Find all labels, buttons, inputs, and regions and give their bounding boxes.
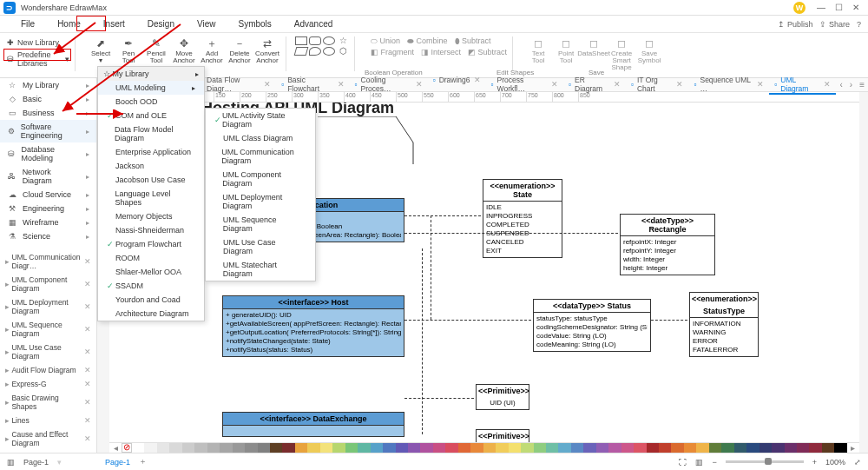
color-swatch[interactable] — [608, 443, 621, 453]
shape-preset-grid[interactable]: ☆ ⬡ — [295, 36, 349, 56]
share-button[interactable]: ⇪ Share — [819, 20, 850, 29]
tool-delete[interactable]: －DeleteAnchor — [227, 36, 253, 64]
tab-uml-diagram[interactable]: ▫UML Diagram✕ — [769, 76, 836, 95]
flyout1-jackson[interactable]: Jackson — [98, 159, 204, 173]
menu-view[interactable]: View — [194, 17, 220, 30]
tab-it-org-chart[interactable]: ▫IT Org Chart✕ — [626, 76, 689, 93]
color-swatch[interactable] — [345, 443, 358, 453]
tool-move[interactable]: ✥MoveAnchor — [171, 36, 197, 64]
tool-convert[interactable]: ⇄ConvertAnchor — [254, 36, 280, 64]
flyout1-memory-objects[interactable]: Memory Objects — [98, 209, 204, 223]
page-name[interactable]: Page-1 — [23, 458, 49, 467]
panel-cause-and-effect-diagram[interactable]: ▸ Cause and Effect Diagram✕ — [0, 427, 96, 450]
flyout2-uml-component-diagram[interactable]: UML Component Diagram — [206, 168, 315, 190]
color-swatch[interactable] — [546, 443, 558, 453]
color-swatch[interactable] — [696, 443, 708, 453]
color-swatch[interactable] — [182, 443, 194, 453]
color-swatch[interactable] — [245, 443, 257, 453]
flyout2-uml-deployment-diagram[interactable]: UML Deployment Diagram — [206, 190, 315, 213]
color-swatch[interactable] — [307, 443, 319, 453]
color-scroll-right[interactable]: ▸ — [847, 443, 859, 453]
flyout1-room[interactable]: ROOM — [98, 251, 204, 265]
color-swatch[interactable] — [207, 443, 220, 453]
color-swatch[interactable] — [659, 443, 671, 453]
publish-button[interactable]: ↥ Publish — [778, 20, 812, 29]
color-swatch[interactable] — [822, 443, 834, 453]
color-swatch[interactable] — [534, 443, 546, 453]
window-close[interactable]: ✕ — [847, 3, 865, 12]
color-swatch[interactable] — [521, 443, 533, 453]
tool-pen[interactable]: ✒PenTool — [115, 36, 141, 64]
color-swatch[interactable] — [709, 443, 721, 453]
tool-add[interactable]: ＋AddAnchor — [199, 36, 225, 64]
color-swatch[interactable] — [746, 443, 759, 453]
color-swatch[interactable] — [496, 443, 508, 453]
color-swatch[interactable] — [132, 443, 144, 453]
panel-uml-communication-diagr-[interactable]: ▸ UML Communication Diagr…✕ — [0, 250, 96, 273]
zoom-in[interactable]: + — [812, 458, 817, 467]
color-swatch[interactable] — [734, 443, 746, 453]
flyout1-booch-ood[interactable]: Booch OOD — [98, 95, 204, 109]
tool-point-tool[interactable]: ◻PointTool — [553, 36, 579, 71]
sidecat-network-diagram[interactable]: 🖧Network Diagram▸ — [0, 165, 96, 188]
flyout2-uml-statechart-diagram[interactable]: UML Statechart Diagram — [206, 258, 315, 281]
flyout1-enterprise-application[interactable]: Enterprise Application — [98, 145, 204, 159]
tab-data-flow-diagr-[interactable]: ▫Data Flow Diagr…✕ — [195, 76, 276, 93]
flyout1-shlaer-mellor-ooa[interactable]: Shlaer-Mellor OOA — [98, 265, 204, 279]
color-swatch[interactable] — [270, 443, 282, 453]
flyout1-yourdon-and-coad[interactable]: Yourdon and Coad — [98, 293, 204, 307]
panel-uml-deployment-diagram[interactable]: ▸ UML Deployment Diagram✕ — [0, 295, 96, 318]
color-swatch[interactable] — [797, 443, 809, 453]
tab-scroll-left[interactable]: ‹ — [836, 80, 845, 89]
flyout1-architecture-diagram[interactable]: Architecture Diagram — [98, 307, 204, 321]
menu-symbols[interactable]: Symbols — [234, 17, 274, 30]
panel-uml-use-case-diagram[interactable]: ▸ UML Use Case Diagram✕ — [0, 341, 96, 363]
flyout1-language-level-shapes[interactable]: Language Level Shapes — [98, 187, 204, 209]
sidecat-cloud-service[interactable]: ☁Cloud Service▸ — [0, 188, 96, 202]
color-swatch[interactable] — [420, 443, 432, 453]
flyout1-jacobson-use-case[interactable]: Jacobson Use Case — [98, 173, 204, 187]
panel-audit-flow-diagram[interactable]: ▸ Audit Flow Diagram✕ — [0, 363, 96, 377]
tab-drawing6[interactable]: ▫Drawing6✕ — [428, 76, 486, 84]
color-swatch[interactable] — [220, 443, 232, 453]
color-swatch[interactable] — [194, 443, 207, 453]
color-swatch[interactable] — [144, 443, 156, 453]
color-swatch[interactable] — [772, 443, 784, 453]
color-swatch[interactable] — [583, 443, 595, 453]
tool-save-symbol[interactable]: ◻SaveSymbol — [636, 36, 662, 71]
layout-icon[interactable]: ▥ — [695, 458, 703, 467]
color-swatch[interactable] — [433, 443, 445, 453]
color-swatch[interactable] — [621, 443, 634, 453]
flyout2-uml-communication-diagram[interactable]: UML Communication Diagram — [206, 145, 315, 168]
color-swatch[interactable] — [157, 443, 169, 453]
color-swatch[interactable] — [445, 443, 457, 453]
panel-uml-component-diagram[interactable]: ▸ UML Component Diagram✕ — [0, 273, 96, 295]
color-swatch[interactable] — [320, 443, 332, 453]
color-swatch[interactable] — [785, 443, 797, 453]
panel-uml-sequence-diagram[interactable]: ▸ UML Sequence Diagram✕ — [0, 318, 96, 341]
page-add[interactable]: ＋ — [139, 456, 147, 467]
color-swatch[interactable] — [558, 443, 570, 453]
help-icon[interactable]: ? — [857, 20, 861, 29]
sidecat-wireframe[interactable]: ▦Wireframe▸ — [0, 215, 96, 229]
zoom-slider[interactable] — [726, 460, 804, 463]
flyout1-ssadm[interactable]: ✓SSADM — [98, 279, 204, 293]
sidecat-software-engineering[interactable]: ⚙Software Engineering▸ — [0, 120, 96, 142]
color-swatch[interactable] — [470, 443, 483, 453]
color-swatch[interactable] — [332, 443, 345, 453]
tool-datasheet[interactable]: ◻DataSheet — [581, 36, 607, 71]
tool-pencil[interactable]: ✎PencilTool — [143, 36, 169, 64]
color-swatch[interactable] — [396, 443, 408, 453]
flyout2-uml-sequence-diagram[interactable]: UML Sequence Diagram — [206, 213, 315, 235]
fullscreen-icon[interactable]: ⤢ — [854, 458, 861, 467]
color-swatch[interactable] — [258, 443, 270, 453]
color-swatch[interactable] — [809, 443, 821, 453]
page-indicator-icon[interactable]: ▥ — [7, 458, 15, 467]
color-swatch[interactable] — [760, 443, 772, 453]
color-swatch[interactable] — [634, 443, 646, 453]
tab-cooling-proces-[interactable]: ▫Cooling Proces…✕ — [350, 76, 428, 93]
flyout1-data-flow-model-diagram[interactable]: Data Flow Model Diagram — [98, 122, 204, 145]
flyout1-program-flowchart[interactable]: ✓Program Flowchart — [98, 237, 204, 251]
user-avatar[interactable]: W — [793, 2, 806, 14]
tab-basic-flowchart[interactable]: ▫Basic Flowchart✕ — [276, 76, 349, 93]
